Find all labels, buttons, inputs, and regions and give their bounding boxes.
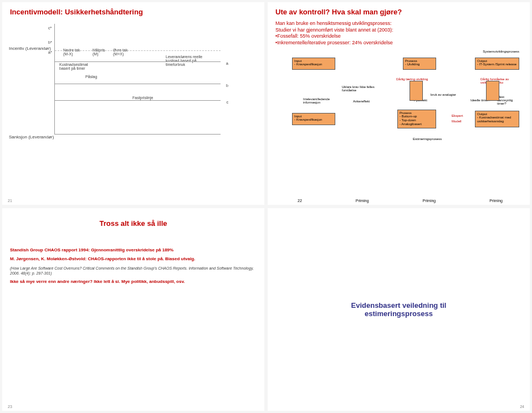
slide-24: Evidensbasert veiledning til estimerings… bbox=[268, 208, 530, 411]
ikke-line: Ikke så mye verre enn andre næringer? Ik… bbox=[10, 279, 257, 285]
slide-21: Incentivmodell: Usikkerhetshåndtering In… bbox=[2, 2, 264, 205]
big-arrow-1 bbox=[410, 81, 423, 101]
input-box-2: Input - Kravspesifikasjon bbox=[292, 113, 335, 125]
page-number: 21 bbox=[8, 199, 12, 203]
slide-22: Ute av kontroll? Hva skal man gjøre? Man… bbox=[268, 2, 530, 205]
marker-c: c* bbox=[48, 26, 52, 30]
paslag: Påslag bbox=[85, 75, 97, 79]
marker-a: a* bbox=[48, 50, 52, 54]
irrelevant: Irrelevant/ledende informasjon bbox=[303, 97, 342, 104]
process-box-1: Prosess - Utvikling bbox=[403, 58, 436, 70]
title-line-1: Evidensbasert veiledning til bbox=[351, 301, 447, 309]
bullet-2: •Inkrementelle/iterative prosesser: 24% … bbox=[275, 40, 522, 47]
jorgensen-line: M. Jørgensen, K. Moløkken-Østvold: CHAOS… bbox=[10, 256, 257, 262]
priming-1: Priming bbox=[356, 199, 369, 203]
priming-2: Priming bbox=[423, 199, 436, 203]
input-box-1: Input - Kravspesifikasjon bbox=[292, 58, 335, 70]
process-diagram: Systemutviklingsprosess Input - Kravspes… bbox=[275, 50, 525, 172]
priming-row: 22 Priming Priming Priming bbox=[275, 199, 519, 203]
anker: Ankereffekt bbox=[353, 100, 370, 103]
line-c: c bbox=[227, 100, 229, 104]
malpris: Målpris (M) bbox=[93, 48, 109, 56]
intro-line-1: Man kan bruke en hensiktsmessig utviklin… bbox=[275, 20, 522, 27]
output-box-1: Output - IT-System /Sprint release bbox=[475, 58, 519, 70]
citation-line: (How Large Are Software Cost Overruns? C… bbox=[10, 266, 257, 276]
slide-23: Tross alt ikke så ille Standish Group CH… bbox=[2, 208, 264, 411]
title-line-2: estimeringsprosess bbox=[351, 309, 447, 318]
sanksjon-label: Sanksjon (Leverandør) bbox=[9, 135, 54, 140]
ekspert: Ekspert bbox=[452, 114, 463, 117]
kostnadsestimat: Kostnadsestimat basert på timer bbox=[59, 63, 98, 70]
slide-title: Tross alt ikke så ille bbox=[99, 219, 167, 228]
page-number-inline: 22 bbox=[298, 199, 302, 203]
bruk-analogier: bruk av analogier bbox=[431, 93, 464, 96]
sys-label: Systemutviklingsprosess bbox=[483, 50, 519, 53]
slide-title: Ute av kontroll? Hva skal man gjøre? bbox=[275, 8, 522, 16]
intro-line-2: Studier vi har gjennomført viste blant a… bbox=[275, 27, 522, 34]
fastprislinje: Fastprislinje bbox=[132, 96, 153, 100]
output-box-2: Output - Kostnadsestimat med usikkerhets… bbox=[475, 111, 519, 127]
mest: Mest sannsynlig timer? bbox=[497, 95, 519, 105]
line-a: a bbox=[226, 61, 228, 65]
slide-title: Incentivmodell: Usikkerhetshåndtering bbox=[10, 8, 257, 16]
uklare: Uklare krav Ikke felles forståelse bbox=[342, 85, 381, 92]
line-b: b bbox=[226, 84, 228, 87]
modell: Modell bbox=[452, 120, 462, 123]
lev-kostnad: Leverandørens reelle kostnad basert på t… bbox=[166, 55, 216, 66]
est-label: Estimeringsprosess bbox=[413, 137, 442, 141]
priming-3: Priming bbox=[489, 199, 503, 203]
page-number: 23 bbox=[8, 405, 12, 409]
nedre-tak: Nedre tak (M-X) bbox=[63, 48, 85, 56]
big-arrow-2 bbox=[486, 81, 499, 101]
process-box-2: Prosess - Bottom-up - Top-down - Analogi… bbox=[397, 110, 436, 128]
y-axis-label: Incentiv (Leverandør) bbox=[9, 46, 51, 51]
ovre-tak: Øvre tak (M+X) bbox=[113, 48, 135, 56]
chaos-line: Standish Group CHAOS rapport 1994: Gjenn… bbox=[10, 247, 257, 253]
marker-b: b* bbox=[48, 40, 52, 44]
page-number: 24 bbox=[520, 405, 524, 409]
bullet-1: •Fossefall: 55% overskridelse bbox=[275, 33, 522, 40]
